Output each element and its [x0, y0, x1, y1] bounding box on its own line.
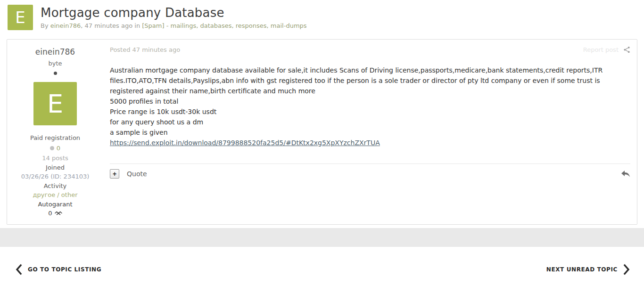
- rank-dot-icon: [54, 72, 57, 75]
- post-paragraph: for any query shoot us a dm: [110, 117, 630, 127]
- author-avatar[interactable]: E: [33, 82, 77, 125]
- chevron-left-icon: [16, 264, 22, 275]
- autogarant-count: 0: [48, 210, 52, 217]
- handshake-icon: [55, 211, 62, 216]
- post-content: Posted 47 minutes ago Report post Austra…: [103, 40, 637, 224]
- registration-badge: Paid registration: [30, 134, 80, 141]
- autogarant-label: Autogarant: [38, 201, 72, 208]
- post-paragraph: a sample is given: [110, 127, 630, 138]
- multiquote-button[interactable]: +: [110, 169, 119, 179]
- posted-timestamp[interactable]: Posted 47 minutes ago: [110, 46, 180, 53]
- avatar-letter: E: [15, 8, 25, 27]
- next-unread-topic-label: NEXT UNREAD TOPIC: [546, 266, 618, 273]
- post-actions: + Quote: [110, 169, 630, 179]
- author-pane: einein786 byte E Paid registration 0 14 …: [7, 40, 103, 224]
- byline-middle: , 47 minutes ago in: [81, 22, 142, 29]
- byline-prefix: By: [41, 22, 50, 29]
- post-card: einein786 byte E Paid registration 0 14 …: [7, 39, 637, 225]
- footer-navigation: GO TO TOPIC LISTING NEXT UNREAD TOPIC: [16, 264, 630, 275]
- author-group: byte: [48, 60, 62, 67]
- post-count: 14 posts: [42, 155, 68, 162]
- post-paragraph: Price range is 10k usdt-30k usdt: [110, 106, 630, 117]
- topic-author-link[interactable]: einein786: [50, 22, 81, 29]
- share-icon[interactable]: [623, 46, 630, 53]
- post-paragraph: 5000 profiles in total: [110, 96, 630, 106]
- author-name-link[interactable]: einein786: [35, 47, 75, 57]
- reputation-row: 0: [50, 145, 60, 152]
- forum-link[interactable]: [Spam] - mailings, databases, responses,…: [142, 22, 306, 29]
- topic-author-avatar[interactable]: E: [8, 5, 33, 30]
- avatar-letter: E: [47, 89, 63, 119]
- download-link[interactable]: https://send.exploit.in/download/8799888…: [110, 139, 380, 147]
- activity-value-link[interactable]: другое / other: [33, 191, 78, 198]
- reputation-count: 0: [57, 145, 60, 152]
- post-paragraph: Australian mortgage company database ava…: [110, 65, 630, 96]
- go-to-topic-listing-link[interactable]: GO TO TOPIC LISTING: [16, 264, 101, 275]
- chevron-right-icon: [623, 264, 630, 275]
- quote-button[interactable]: Quote: [127, 170, 147, 178]
- reputation-dot-icon: [50, 146, 54, 150]
- reply-arrow-icon[interactable]: [621, 171, 630, 177]
- activity-label: Activity: [44, 182, 67, 189]
- topic-header: E Mortgage company Database By einein786…: [0, 0, 644, 36]
- autogarant-row: 0: [48, 210, 62, 217]
- post-body: Australian mortgage company database ava…: [110, 65, 630, 148]
- toolbar-strip: [0, 228, 644, 247]
- report-post-link[interactable]: Report post: [583, 46, 619, 53]
- post-divider: [110, 163, 630, 164]
- go-to-topic-listing-label: GO TO TOPIC LISTING: [28, 266, 101, 273]
- topic-byline: By einein786, 47 minutes ago in [Spam] -…: [41, 22, 307, 29]
- page-title: Mortgage company Database: [41, 6, 307, 20]
- next-unread-topic-link[interactable]: NEXT UNREAD TOPIC: [546, 264, 630, 275]
- joined-value: 03/26/26 (ID: 234103): [21, 173, 90, 180]
- joined-label: Joined: [46, 164, 65, 171]
